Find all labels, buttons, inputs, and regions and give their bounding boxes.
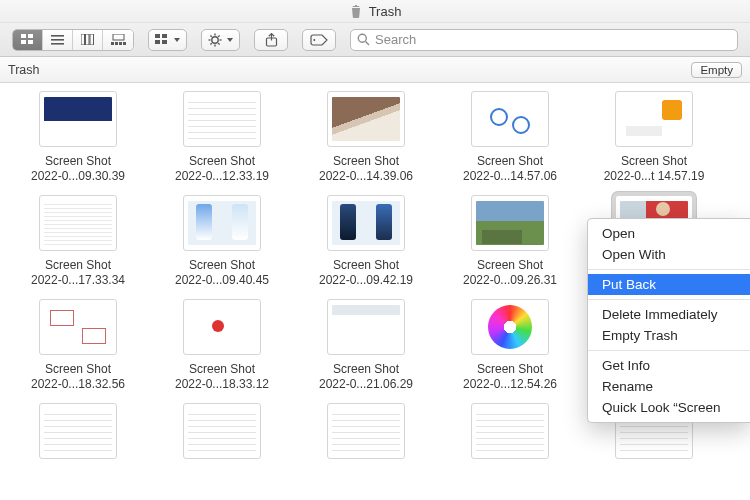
file-thumbnail[interactable] bbox=[183, 91, 261, 147]
file-item[interactable]: Screen Shot 2022-0...14.57.06 bbox=[440, 89, 580, 185]
tags-button[interactable] bbox=[302, 29, 336, 51]
svg-line-26 bbox=[218, 35, 219, 36]
file-label[interactable]: Screen Shot 2022-0...14.39.06 bbox=[316, 153, 416, 185]
file-label[interactable]: Screen Shot 2022-0...12.54.26 bbox=[460, 361, 560, 393]
file-item[interactable] bbox=[8, 401, 148, 467]
file-item[interactable]: Screen Shot 2022-0...t 14.57.19 bbox=[584, 89, 724, 185]
file-label[interactable] bbox=[219, 465, 225, 467]
svg-rect-6 bbox=[51, 43, 64, 45]
svg-rect-11 bbox=[111, 42, 114, 45]
file-item[interactable] bbox=[440, 401, 580, 467]
search-placeholder: Search bbox=[375, 32, 416, 47]
svg-rect-7 bbox=[81, 34, 85, 45]
file-label[interactable] bbox=[75, 465, 81, 467]
svg-rect-5 bbox=[51, 39, 64, 41]
svg-rect-13 bbox=[119, 42, 122, 45]
file-thumbnail[interactable] bbox=[39, 195, 117, 251]
menu-open[interactable]: Open bbox=[588, 223, 750, 244]
view-icon-grid[interactable] bbox=[13, 30, 43, 50]
file-thumbnail[interactable] bbox=[327, 403, 405, 459]
file-item[interactable]: Screen Shot 2022-0...14.39.06 bbox=[296, 89, 436, 185]
svg-rect-4 bbox=[51, 35, 64, 37]
file-item[interactable]: Screen Shot 2022-0...18.33.12 bbox=[152, 297, 292, 393]
menu-delete-immediately[interactable]: Delete Immediately bbox=[588, 304, 750, 325]
file-thumbnail[interactable] bbox=[183, 403, 261, 459]
file-label[interactable] bbox=[507, 465, 513, 467]
share-button[interactable] bbox=[254, 29, 288, 51]
view-list[interactable] bbox=[43, 30, 73, 50]
svg-rect-18 bbox=[162, 40, 167, 44]
file-thumbnail[interactable] bbox=[471, 195, 549, 251]
svg-rect-8 bbox=[86, 34, 90, 45]
menu-separator bbox=[588, 350, 750, 351]
menu-quick-look[interactable]: Quick Look “Screen bbox=[588, 397, 750, 418]
empty-trash-button[interactable]: Empty bbox=[691, 62, 742, 78]
file-thumbnail[interactable] bbox=[327, 195, 405, 251]
file-label[interactable] bbox=[363, 465, 369, 467]
file-thumbnail[interactable] bbox=[39, 403, 117, 459]
svg-rect-0 bbox=[21, 34, 26, 38]
file-thumbnail[interactable] bbox=[183, 299, 261, 355]
file-thumbnail[interactable] bbox=[39, 91, 117, 147]
location-bar: Trash Empty bbox=[0, 57, 750, 83]
file-thumbnail[interactable] bbox=[39, 299, 117, 355]
file-label[interactable]: Screen Shot 2022-0...14.57.06 bbox=[460, 153, 560, 185]
file-item[interactable] bbox=[152, 401, 292, 467]
file-item[interactable]: Screen Shot 2022-0...12.33.19 bbox=[152, 89, 292, 185]
toolbar: Search bbox=[0, 22, 750, 57]
file-label[interactable]: Screen Shot 2022-0...18.32.56 bbox=[28, 361, 128, 393]
window-title: Trash bbox=[369, 4, 402, 19]
file-label[interactable]: Screen Shot 2022-0...09.26.31 bbox=[460, 257, 560, 289]
svg-rect-17 bbox=[155, 40, 160, 44]
svg-line-32 bbox=[366, 42, 370, 46]
context-menu: Open Open With Put Back Delete Immediate… bbox=[587, 218, 750, 423]
file-item[interactable]: Screen Shot 2022-0...09.26.31 bbox=[440, 193, 580, 289]
svg-point-31 bbox=[358, 34, 366, 42]
view-gallery[interactable] bbox=[103, 30, 133, 50]
file-item[interactable]: Screen Shot 2022-0...12.54.26 bbox=[440, 297, 580, 393]
file-thumbnail[interactable] bbox=[183, 195, 261, 251]
file-thumbnail[interactable] bbox=[471, 403, 549, 459]
file-thumbnail[interactable] bbox=[471, 299, 549, 355]
svg-rect-16 bbox=[162, 34, 167, 38]
file-item[interactable]: Screen Shot 2022-0...17.33.34 bbox=[8, 193, 148, 289]
group-by-button[interactable] bbox=[148, 29, 187, 51]
menu-open-with[interactable]: Open With bbox=[588, 244, 750, 265]
file-label[interactable]: Screen Shot 2022-0...09.42.19 bbox=[316, 257, 416, 289]
view-mode-segmented[interactable] bbox=[12, 29, 134, 51]
view-columns[interactable] bbox=[73, 30, 103, 50]
svg-rect-15 bbox=[155, 34, 160, 38]
file-item[interactable] bbox=[296, 401, 436, 467]
file-item[interactable]: Screen Shot 2022-0...18.32.56 bbox=[8, 297, 148, 393]
menu-empty-trash[interactable]: Empty Trash bbox=[588, 325, 750, 346]
menu-put-back[interactable]: Put Back bbox=[588, 274, 750, 295]
search-field[interactable]: Search bbox=[350, 29, 738, 51]
menu-get-info[interactable]: Get Info bbox=[588, 355, 750, 376]
file-label[interactable]: Screen Shot 2022-0...17.33.34 bbox=[28, 257, 128, 289]
file-thumbnail[interactable] bbox=[327, 299, 405, 355]
file-thumbnail[interactable] bbox=[471, 91, 549, 147]
svg-point-19 bbox=[212, 36, 218, 42]
svg-rect-2 bbox=[21, 40, 26, 44]
file-label[interactable]: Screen Shot 2022-0...18.33.12 bbox=[172, 361, 272, 393]
svg-line-24 bbox=[210, 35, 211, 36]
menu-rename[interactable]: Rename bbox=[588, 376, 750, 397]
search-icon bbox=[357, 33, 370, 46]
svg-point-30 bbox=[313, 39, 315, 41]
action-menu-button[interactable] bbox=[201, 29, 240, 51]
svg-line-27 bbox=[210, 43, 211, 44]
svg-rect-10 bbox=[113, 34, 124, 40]
file-item[interactable]: Screen Shot 2022-0...21.06.29 bbox=[296, 297, 436, 393]
file-item[interactable]: Screen Shot 2022-0...09.30.39 bbox=[8, 89, 148, 185]
file-item[interactable]: Screen Shot 2022-0...09.42.19 bbox=[296, 193, 436, 289]
file-label[interactable]: Screen Shot 2022-0...t 14.57.19 bbox=[601, 153, 708, 185]
file-label[interactable]: Screen Shot 2022-0...09.40.45 bbox=[172, 257, 272, 289]
svg-rect-9 bbox=[90, 34, 94, 45]
file-thumbnail[interactable] bbox=[615, 91, 693, 147]
file-label[interactable]: Screen Shot 2022-0...21.06.29 bbox=[316, 361, 416, 393]
file-thumbnail[interactable] bbox=[327, 91, 405, 147]
file-label[interactable] bbox=[651, 465, 657, 467]
file-item[interactable]: Screen Shot 2022-0...09.40.45 bbox=[152, 193, 292, 289]
file-label[interactable]: Screen Shot 2022-0...12.33.19 bbox=[172, 153, 272, 185]
file-label[interactable]: Screen Shot 2022-0...09.30.39 bbox=[28, 153, 128, 185]
